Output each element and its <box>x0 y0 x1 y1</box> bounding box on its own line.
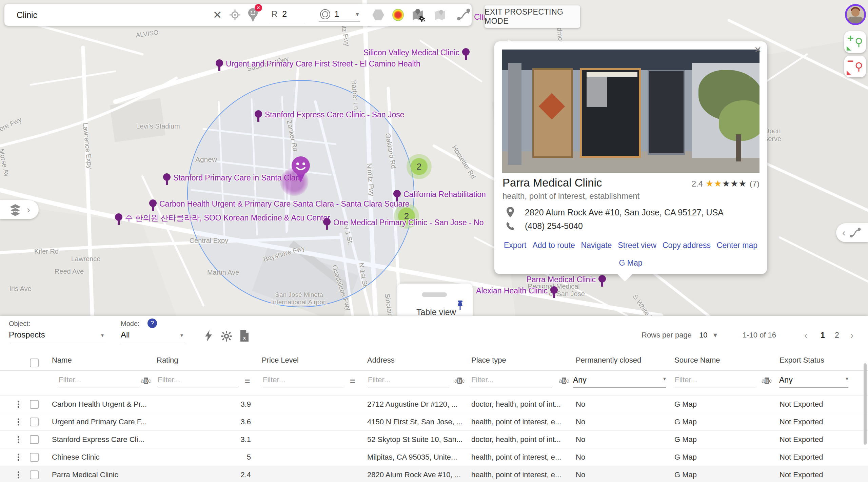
map-pin-icon[interactable] <box>255 110 262 118</box>
place-photo[interactable] <box>502 50 760 173</box>
gmap-link[interactable]: G Map <box>619 258 642 267</box>
column-header[interactable]: Export Status <box>780 356 824 365</box>
map-pin-icon[interactable] <box>323 218 331 226</box>
map-layers-button[interactable]: › <box>0 200 39 219</box>
row-checkbox[interactable] <box>30 400 39 409</box>
row-menu-icon[interactable] <box>16 470 20 479</box>
rings-value[interactable]: 1 <box>334 9 356 19</box>
card-action-link[interactable]: Add to route <box>532 241 575 250</box>
filter-exportstatus-select[interactable]: Any ▾ <box>779 375 848 388</box>
map-pin-icon[interactable] <box>550 286 558 294</box>
table-view-tab[interactable]: Table view <box>397 284 473 316</box>
column-header[interactable]: Place type <box>471 356 506 365</box>
card-action-link[interactable]: Street view <box>618 241 656 250</box>
table-row[interactable]: Urgent and Primary Care F... 3.6 4150 N … <box>0 413 868 430</box>
filter-type-abc-icon[interactable]: abc <box>559 378 569 384</box>
close-card-icon[interactable]: ✕ <box>754 45 762 55</box>
radius-value[interactable]: 2 <box>282 9 303 19</box>
column-header[interactable]: Address <box>367 356 395 365</box>
mode-select[interactable]: All ▾ <box>121 330 185 343</box>
filter-type-abc-icon[interactable]: abc <box>762 378 772 384</box>
table-settings-icon[interactable] <box>220 330 233 342</box>
add-prospect-pin-button[interactable]: + <box>844 31 866 53</box>
table-scrollbar[interactable] <box>864 363 867 445</box>
row-menu-icon[interactable] <box>16 452 20 462</box>
next-page-icon[interactable]: › <box>850 330 853 341</box>
map-road-label: Martin Ave <box>207 269 239 276</box>
user-avatar[interactable] <box>845 4 866 25</box>
route-panel-toggle[interactable]: ‹ <box>836 223 868 242</box>
prev-page-icon[interactable]: ‹ <box>804 330 807 341</box>
filter-equals-icon[interactable]: = <box>350 376 355 387</box>
drag-handle[interactable] <box>422 292 447 297</box>
row-checkbox[interactable] <box>30 418 39 426</box>
exit-prospecting-mode-button[interactable]: EXIT PROSPECTING MODE <box>485 5 580 28</box>
map-pin-icon[interactable] <box>149 199 157 207</box>
filter-address-input[interactable] <box>368 375 449 387</box>
map-cluster-marker[interactable]: 2 <box>407 154 432 179</box>
row-checkbox[interactable] <box>30 435 39 444</box>
map-markers-settings-icon[interactable] <box>411 8 426 22</box>
rows-per-page-select[interactable]: 10 <box>699 331 707 340</box>
map-pin-icon[interactable] <box>462 48 470 56</box>
rings-field[interactable]: 1 ▾ <box>319 8 360 22</box>
card-action-link[interactable]: Export <box>504 241 526 250</box>
cell-address: 52 Skytop St Suite 10, San... <box>367 435 462 444</box>
search-center-smiley-pin[interactable] <box>290 156 312 183</box>
column-header[interactable]: Source Name <box>674 356 720 365</box>
card-action-link[interactable]: Copy address <box>663 241 711 250</box>
table-row[interactable]: Stanford Express Care Cli... 3.1 52 Skyt… <box>0 430 868 448</box>
page-2-button[interactable]: 2 <box>835 331 839 340</box>
map-pin-icon[interactable] <box>216 59 223 67</box>
filter-placetype-input[interactable] <box>471 375 552 387</box>
map-pin-icon[interactable] <box>163 173 171 181</box>
filter-name-input[interactable] <box>59 375 139 387</box>
row-menu-icon[interactable] <box>16 400 20 409</box>
column-header[interactable]: Permanently closed <box>576 356 641 365</box>
filter-equals-icon[interactable]: = <box>245 376 250 387</box>
table-row[interactable]: Parra Medical Clinic 2.4 2820 Alum Rock … <box>0 466 868 482</box>
filter-type-abc-icon[interactable]: abc <box>141 378 151 384</box>
filter-source-input[interactable] <box>675 375 755 387</box>
row-checkbox[interactable] <box>30 470 39 479</box>
route-planner-icon[interactable] <box>456 8 472 22</box>
remove-center-pin-icon[interactable]: ✕ <box>247 7 259 22</box>
map-pin-icon[interactable] <box>598 275 606 283</box>
hexgrid-toggle-icon[interactable] <box>372 9 384 20</box>
row-menu-icon[interactable] <box>16 417 20 426</box>
map-pin-icon[interactable] <box>393 190 401 197</box>
object-select[interactable]: Prospects ▾ <box>9 330 106 343</box>
quick-actions-icon[interactable] <box>203 329 214 342</box>
filter-type-abc-icon[interactable]: abc <box>454 378 465 384</box>
table-row[interactable]: Carbon Health Urgent & Pr... 3.9 2712 Au… <box>0 395 868 413</box>
rings-dropdown-arrow[interactable]: ▾ <box>356 11 359 18</box>
rows-per-page-arrow-icon[interactable]: ▾ <box>713 331 717 340</box>
filter-rating-input[interactable] <box>158 375 238 387</box>
column-header[interactable]: Name <box>52 356 72 365</box>
clear-search-icon[interactable]: ✕ <box>211 8 224 21</box>
page-1-button[interactable]: 1 <box>821 331 825 340</box>
remove-prospect-pin-button[interactable]: − <box>844 56 866 77</box>
select-all-checkbox[interactable] <box>30 359 39 367</box>
heatmap-toggle-icon[interactable] <box>392 9 404 21</box>
card-action-link[interactable]: Navigate <box>581 241 612 250</box>
export-excel-icon[interactable]: x <box>239 329 250 342</box>
filter-permclosed-select[interactable]: Any ▾ <box>573 375 666 388</box>
search-input[interactable] <box>17 10 197 20</box>
card-action-link[interactable]: Center map <box>717 241 757 250</box>
mode-help-icon[interactable]: ? <box>147 319 157 328</box>
column-header[interactable]: Price Level <box>262 356 299 365</box>
radius-field[interactable]: R 2 <box>271 8 305 22</box>
row-checkbox[interactable] <box>30 453 39 462</box>
filter-price-input[interactable] <box>263 375 343 387</box>
any-value: Any <box>779 375 793 384</box>
crosshair-target-icon[interactable] <box>229 8 241 21</box>
map-markers-icon[interactable] <box>434 8 449 22</box>
row-menu-icon[interactable] <box>16 435 20 444</box>
avatar-art <box>848 17 863 24</box>
table-row[interactable]: Chinese Clinic 5 Milpitas, CA 95035, Uni… <box>0 448 868 466</box>
pushpin-icon[interactable] <box>456 300 465 311</box>
map-pin-icon[interactable] <box>115 213 122 221</box>
column-header[interactable]: Rating <box>157 356 178 365</box>
cell-name: Stanford Express Care Cli... <box>52 435 144 444</box>
